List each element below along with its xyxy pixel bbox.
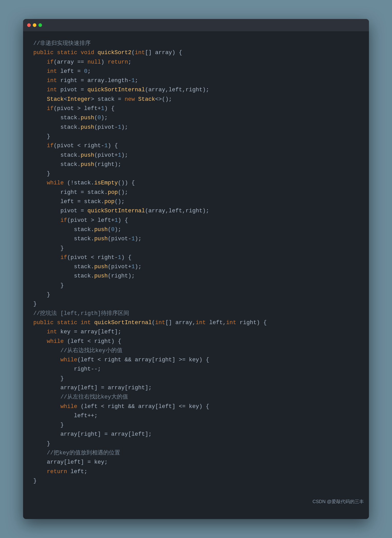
- close-button[interactable]: [27, 23, 31, 27]
- code-block: //非递归实现快速排序 public static void quickSort…: [33, 39, 359, 486]
- editor-window: //非递归实现快速排序 public static void quickSort…: [23, 19, 369, 519]
- minimize-button[interactable]: [33, 23, 36, 27]
- footer-text: CSDN @爱敲代码的三丰: [313, 499, 364, 504]
- footer: CSDN @爱敲代码的三丰: [23, 496, 369, 507]
- maximize-button[interactable]: [38, 23, 42, 27]
- titlebar: [23, 19, 369, 31]
- code-area: //非递归实现快速排序 public static void quickSort…: [23, 31, 369, 496]
